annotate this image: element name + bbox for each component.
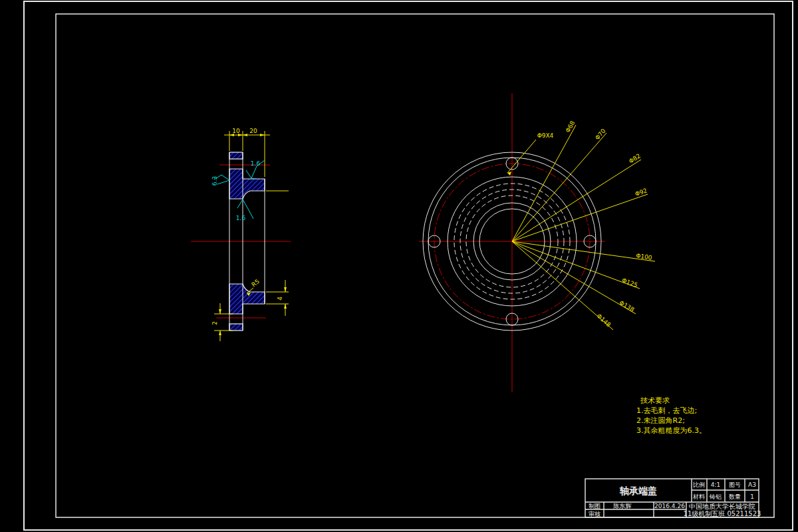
section-view: 10 20 1.6 6.3 1.6 R5 4: [191, 128, 291, 341]
tech-requirements: 技术要求 1.去毛刺，去飞边; 2.未注圆角R2; 3.其余粗糙度为6.3。: [636, 396, 706, 435]
inner-border: [56, 14, 774, 517]
tech-req-item: 1.去毛刺，去飞边;: [636, 406, 697, 415]
drawing-no-label: 图号: [729, 481, 741, 488]
drawn-by: 陈东辉: [614, 503, 632, 509]
dim-rim-height: 2: [211, 321, 218, 325]
dim-width-right: 20: [249, 128, 257, 134]
title-block: 轴承端盖 比例 4:1 图号 A3 材料 铸铝 数量 1 制图 陈东辉 2016…: [585, 479, 761, 517]
drawn-label: 制图: [589, 503, 600, 509]
bolt-hole-leader: [507, 140, 536, 173]
scale-value: 4:1: [711, 481, 720, 488]
rim-dimension-arrows: [219, 309, 221, 335]
bolt-hole-label: Φ9X4: [537, 132, 554, 139]
drawing-no-value: A3: [748, 481, 756, 488]
roughness-side-value: 6.3: [211, 176, 218, 186]
front-centerlines: [419, 93, 605, 392]
tech-req-title: 技术要求: [640, 396, 670, 405]
dim-width-left: 10: [232, 128, 240, 134]
checked-label: 审核: [589, 511, 600, 517]
diameter-label: Φ100: [636, 252, 653, 261]
roughness-bore-value: 1.6: [236, 215, 246, 221]
diameter-label: Φ82: [628, 152, 642, 164]
roughness-top-value: 1.6: [251, 160, 261, 167]
diameter-label: Φ92: [634, 187, 648, 197]
front-view: Φ68 Φ70 Φ82 Φ92 Φ100 Φ125 Φ138 Φ148 Φ9X4: [419, 93, 655, 392]
tech-req-item: 3.其余粗糙度为6.3。: [636, 426, 706, 435]
org-line2: 11级机制五班 05211523: [684, 510, 761, 517]
org-line1: 中国地质大学长城学院: [689, 503, 755, 510]
outer-border: [24, 1, 793, 530]
qty-value: 1: [750, 493, 754, 500]
step-dimension-arrows: [284, 287, 287, 309]
dim-step-depth: 4: [277, 297, 283, 301]
fillet-radius-label: R5: [250, 278, 261, 288]
material-value: 铸铝: [709, 493, 722, 500]
diameter-label: Φ125: [621, 277, 638, 289]
tech-req-item: 2.未注圆角R2;: [636, 416, 685, 425]
qty-label: 数量: [729, 493, 741, 500]
diameter-labels: Φ68 Φ70 Φ82 Φ92 Φ100 Φ125 Φ138 Φ148: [565, 120, 653, 329]
date: 2016.4.26: [654, 503, 685, 509]
material-label: 材料: [692, 493, 705, 500]
diameter-label: Φ148: [596, 313, 612, 329]
diameter-label: Φ68: [565, 120, 577, 134]
cad-canvas[interactable]: 10 20 1.6 6.3 1.6 R5 4: [0, 0, 798, 532]
diameter-label: Φ138: [618, 299, 635, 313]
part-name: 轴承端盖: [619, 485, 657, 496]
scale-label: 比例: [693, 481, 705, 488]
